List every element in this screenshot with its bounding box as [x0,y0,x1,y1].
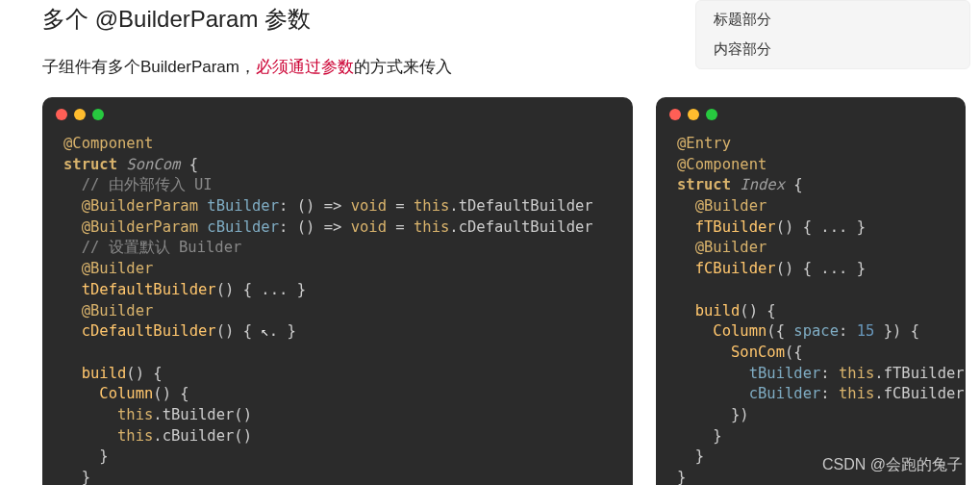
preview-line-1: 标题部分 [696,5,969,35]
code-token: fCBuilder [695,260,776,277]
code-line: @Component [677,156,766,173]
code-panels: @Component struct SonCom { // 由外部传入 UI @… [0,78,980,485]
minimize-icon[interactable] [688,109,699,120]
code-token: = [387,218,414,236]
subtitle-text-highlight: 必须通过参数 [256,58,354,76]
code-token: : [839,322,857,340]
code-token: .cBuilder() [153,427,252,445]
code-token: .fTBuilder, [874,365,966,382]
preview-card: 标题部分 内容部分 [695,0,970,69]
code-token: SonCom [731,344,785,361]
code-token: = [387,197,414,215]
code-line: @Component [63,135,153,152]
subtitle-text-before: 子组件有多个BuilderParam， [42,58,256,76]
window-traffic-lights [42,97,633,120]
code-token: this [839,385,874,402]
code-token: () { [216,322,262,340]
code-token: SonCom [117,156,189,173]
code-token: ({ [766,322,793,340]
code-token: this [414,197,449,215]
code-token: { [793,176,802,193]
code-token: : [820,365,839,382]
window-traffic-lights [656,97,966,120]
code-token: 15 [857,322,875,340]
preview-line-2: 内容部分 [696,35,969,64]
code-token: Index [731,176,793,193]
code-token: struct [63,156,117,173]
code-token: .fCBuilder [874,385,964,402]
code-token: } [82,469,90,485]
code-token: : () => [279,218,351,236]
cursor-icon: ↖ [261,322,268,342]
code-token: () { [126,365,162,382]
code-token: tDefaultBuilder [82,281,216,298]
subtitle-text-after: 的方式来传入 [354,58,452,76]
code-token: this [839,365,874,382]
code-token: Column [99,385,153,402]
code-token: tBuilder [198,197,279,215]
code-line: @Builder [82,302,154,319]
code-token: void [351,218,387,236]
code-token: Column [713,322,766,340]
code-token: cBuilder [198,218,279,236]
code-token: build [82,365,127,382]
code-token: { [189,156,198,173]
code-token: cDefaultBuilder [82,322,216,340]
code-line: @Builder [695,239,767,256]
code-token: this [117,427,153,445]
code-token: () { [153,385,188,402]
code-token: cBuilder [749,385,821,402]
maximize-icon[interactable] [706,109,717,120]
code-token: struct [677,176,731,193]
code-block-index: @Entry @Component struct Index { @Builde… [656,120,966,485]
code-comment: // 设置默认 Builder [82,239,242,256]
code-line: @Entry [677,135,731,152]
maximize-icon[interactable] [92,109,104,120]
code-token: .tDefaultBuilder [449,197,592,215]
code-token: } [99,447,108,465]
code-token: : [820,385,839,402]
code-token: } [713,427,721,445]
code-window-child: @Component struct SonCom { // 由外部传入 UI @… [42,97,633,485]
code-token: .tBuilder() [153,406,252,423]
code-window-parent: @Entry @Component struct Index { @Builde… [656,97,966,485]
code-token: @BuilderParam [82,218,198,236]
code-token: fTBuilder [695,218,776,236]
code-token: () { ... } [776,218,866,236]
code-token: void [351,197,387,215]
code-token: () { ... } [776,260,866,277]
code-token: space [793,322,839,340]
code-token: @BuilderParam [82,197,198,215]
code-line: @Builder [695,197,767,215]
code-token: tBuilder [749,365,821,382]
code-token: }) { [874,322,919,340]
code-comment: // 由外部传入 UI [82,176,213,193]
close-icon[interactable] [669,109,681,120]
code-token: .cDefaultBuilder [449,218,592,236]
code-token: . } [269,322,296,340]
code-token: : () => [279,197,351,215]
code-token: } [677,469,686,485]
code-token: () { ... } [216,281,306,298]
code-token: }) [731,406,749,423]
code-line: @Builder [82,260,154,277]
code-token: this [117,406,153,423]
close-icon[interactable] [56,109,67,120]
code-block-soncom: @Component struct SonCom { // 由外部传入 UI @… [42,120,633,485]
code-token: this [414,218,449,236]
code-token: () { [740,302,775,319]
code-token: ({ [785,344,803,361]
code-token: } [695,447,704,465]
minimize-icon[interactable] [74,109,86,120]
code-token: build [695,302,741,319]
